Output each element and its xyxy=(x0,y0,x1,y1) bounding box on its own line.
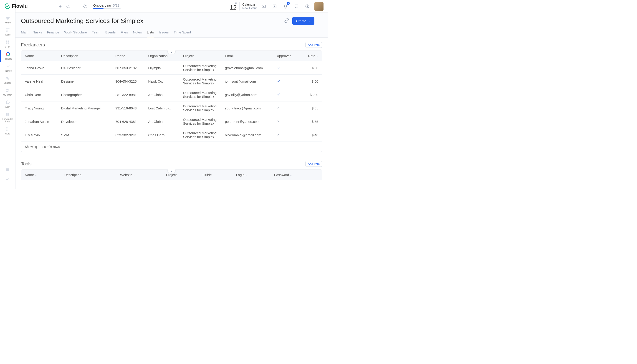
tab-events[interactable]: Events xyxy=(105,28,116,37)
check-icon xyxy=(277,80,280,84)
onboarding-widget[interactable]: Onboarding 5/13 xyxy=(93,4,120,9)
sidebar-bottom-icon-1[interactable] xyxy=(0,166,15,175)
cell-phone: 904-654-3225 xyxy=(112,74,144,88)
note-icon[interactable] xyxy=(271,2,278,10)
table-row[interactable]: Lily GavinSMM623-302-9244Chris DernOutso… xyxy=(21,128,322,142)
sidebar-bottom-icon-2[interactable] xyxy=(0,175,15,185)
create-button[interactable]: Create xyxy=(292,17,314,25)
tab-finance[interactable]: Finance xyxy=(47,28,59,37)
add-item-button[interactable]: Add Item xyxy=(305,42,322,48)
tab-work-structure[interactable]: Work Structure xyxy=(64,28,87,37)
table-row[interactable]: Chris DernPhotographer281-322-8981Art Gl… xyxy=(21,88,322,102)
help-icon[interactable] xyxy=(304,2,311,10)
svg-point-10 xyxy=(6,128,7,128)
sort-caret-icon: ⌄ xyxy=(82,174,84,176)
cell-rate: $ 65 xyxy=(302,102,322,115)
avatar[interactable] xyxy=(314,2,324,11)
table-row[interactable]: Jonathan AustinDeveloper704-628-4381Art … xyxy=(21,115,322,128)
tab-team[interactable]: Team xyxy=(92,28,100,37)
svg-point-7 xyxy=(7,78,9,80)
svg-point-8 xyxy=(6,89,8,90)
cell-approved xyxy=(273,115,302,128)
crm-icon xyxy=(5,40,10,44)
column-header[interactable]: Password⌄ xyxy=(270,170,322,180)
new-event-link[interactable]: New Event xyxy=(242,6,256,10)
plus-button[interactable] xyxy=(56,2,64,10)
column-header[interactable]: Description⌄ xyxy=(61,170,116,180)
cell-rate: $ 35 xyxy=(302,115,322,128)
cell-rate: $ 60 xyxy=(302,74,322,88)
chevron-down-icon xyxy=(308,20,311,22)
svg-point-12 xyxy=(8,128,9,128)
sidebar-item-projects[interactable]: Projects xyxy=(0,50,15,62)
cell-name: Tracy Young xyxy=(21,102,58,115)
sidebar-item-home[interactable]: Home xyxy=(0,14,15,26)
tab-time-spent[interactable]: Time Spent xyxy=(174,28,191,37)
date-widget[interactable]: Fri 12 Calendar New Event xyxy=(230,2,256,11)
sidebar-item-label: CRM xyxy=(5,46,10,48)
column-header: Project xyxy=(180,51,221,61)
cell-phone: 704-628-4381 xyxy=(112,115,144,128)
cell-name: Jonathan Austin xyxy=(21,115,58,128)
svg-rect-0 xyxy=(6,28,9,29)
tab-tasks[interactable]: Tasks xyxy=(34,28,42,37)
sidebar-item-more[interactable]: More xyxy=(0,125,15,137)
svg-point-17 xyxy=(7,130,8,130)
column-header[interactable]: Website⌄ xyxy=(116,170,162,180)
column-header[interactable]: Rate⌄ xyxy=(302,51,322,61)
pin-icon[interactable] xyxy=(81,2,89,10)
sidebar-item-kb[interactable]: Knowledge Base xyxy=(0,110,15,125)
tab-files[interactable]: Files xyxy=(121,28,128,37)
search-button[interactable] xyxy=(64,2,72,10)
sidebar-item-crm[interactable]: CRM xyxy=(0,38,15,50)
tab-issues[interactable]: Issues xyxy=(159,28,168,37)
svg-point-11 xyxy=(7,128,8,128)
more-menu-icon[interactable]: ⋮ xyxy=(318,18,322,24)
project-tabs: MainTasksFinanceWork StructureTeamEvents… xyxy=(21,28,322,37)
sidebar-item-agile[interactable]: Agile xyxy=(0,98,15,110)
column-header[interactable]: Login⌄ xyxy=(232,170,270,180)
cell-desc: Digital Marketing Manager xyxy=(58,102,112,115)
expand-table-toggle[interactable] xyxy=(168,50,176,54)
chat-bubble-icon xyxy=(5,168,10,172)
sidebar-item-finance[interactable]: Finance xyxy=(0,62,15,74)
chat-icon[interactable] xyxy=(292,2,300,10)
mail-icon[interactable] xyxy=(260,2,268,10)
column-header[interactable]: Approved⌄ xyxy=(273,51,302,61)
tab-notes[interactable]: Notes xyxy=(133,28,142,37)
cell-phone: 281-322-8981 xyxy=(112,88,144,102)
expand-table-toggle[interactable] xyxy=(168,170,176,173)
table-row[interactable]: Valerie NealDesigner904-654-3225Hawk Co.… xyxy=(21,74,322,88)
sort-caret-icon: ⌄ xyxy=(133,174,135,176)
sidebar-item-label: Tasks xyxy=(5,34,11,36)
tab-lists[interactable]: Lists xyxy=(147,28,154,37)
cell-desc: UX Designer xyxy=(58,61,112,74)
cell-name: Chris Dern xyxy=(21,88,58,102)
check-icon xyxy=(277,93,280,97)
sidebar-item-label: My Team xyxy=(3,94,12,96)
cell-email: oliverdaniel@gmail.com xyxy=(221,128,273,142)
topbar: Flowlu Onboarding 5/13 Fri 12 xyxy=(16,0,328,13)
tab-main[interactable]: Main xyxy=(21,28,28,37)
left-sidebar: Home Tasks CRM Projects Finance Spaces M… xyxy=(0,0,16,189)
sidebar-item-myteam[interactable]: My Team xyxy=(0,86,15,98)
cell-approved xyxy=(273,102,302,115)
sort-caret-icon: ⌄ xyxy=(292,55,294,58)
link-icon[interactable] xyxy=(284,18,289,24)
cell-approved xyxy=(273,61,302,74)
table-row[interactable]: Tracy YoungDigital Marketing Manager931-… xyxy=(21,102,322,115)
cell-phone: 607-353-2102 xyxy=(112,61,144,74)
notifications-icon[interactable]: 9 xyxy=(282,2,290,10)
column-header[interactable]: Name⌄ xyxy=(21,170,61,180)
column-header[interactable]: Email⌄ xyxy=(221,51,273,61)
spaces-icon xyxy=(5,76,10,81)
cross-icon xyxy=(277,120,280,124)
sidebar-item-spaces[interactable]: Spaces xyxy=(0,74,15,86)
cell-org: Olympia xyxy=(145,61,180,74)
page-title: Outsourced Marketing Services for Simple… xyxy=(21,17,143,24)
sort-caret-icon: ⌄ xyxy=(35,174,37,176)
add-item-button[interactable]: Add Item xyxy=(305,161,322,167)
table-row[interactable]: Jenna GroveUX Designer607-353-2102Olympi… xyxy=(21,61,322,74)
sidebar-item-tasks[interactable]: Tasks xyxy=(0,26,15,38)
check-icon xyxy=(277,66,280,70)
